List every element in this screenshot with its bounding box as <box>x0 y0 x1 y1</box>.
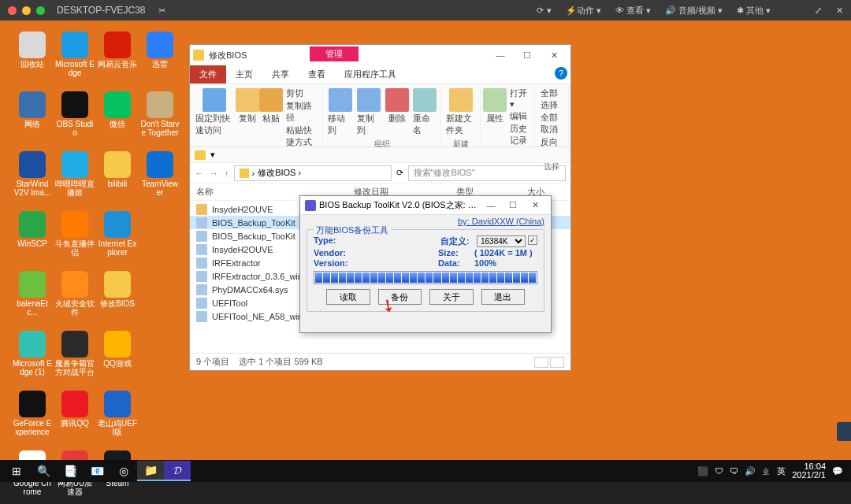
chevron-down-icon[interactable]: ▾ <box>210 150 215 160</box>
view-details-icon[interactable] <box>534 357 548 368</box>
address-bar[interactable]: › 修改BIOS › <box>234 165 392 181</box>
clock[interactable]: 16:04 2021/2/1 <box>792 462 826 480</box>
desktop-icon[interactable]: Internet Explorer <box>98 211 137 257</box>
tab-home[interactable]: 主页 <box>226 65 262 83</box>
open-button[interactable]: 打开 ▾ <box>510 87 530 109</box>
teamviewer-sidetab[interactable] <box>837 422 851 441</box>
desktop-icon[interactable]: 哔哩哔哩直播姬 <box>55 151 95 197</box>
min-dot[interactable] <box>22 6 31 15</box>
tray-volume-icon[interactable]: 🔊 <box>745 466 756 476</box>
notification-icon[interactable]: 💬 <box>832 466 843 476</box>
desktop-icon[interactable]: 网络 <box>13 91 52 137</box>
dialog-titlebar[interactable]: BIOS Backup ToolKit V2.0 (BIOS之家: www.bi… <box>300 196 551 215</box>
explorer-taskbar[interactable]: 📁 <box>137 461 164 481</box>
desktop-icon[interactable]: QQ游戏 <box>98 331 137 376</box>
newfolder-button[interactable]: 新建文件夹 <box>444 87 478 138</box>
desktop-icon[interactable]: 火绒安全软件 <box>55 271 95 317</box>
start-button[interactable]: ⊞ <box>3 461 30 481</box>
view-large-icon[interactable] <box>550 357 564 368</box>
taskview-button[interactable]: 📑 <box>57 461 84 481</box>
copypath-button[interactable]: 复制路径 <box>286 100 318 124</box>
exit-button[interactable]: 退出 <box>481 289 526 305</box>
search-input[interactable]: 搜索"修改BIOS" <box>408 165 567 181</box>
desktop-icon[interactable]: Don't Starve Together <box>140 91 180 137</box>
remote-desktop[interactable]: 回收站Microsoft Edge网易云音乐迅雷网络OBS Studio微信Do… <box>0 20 851 482</box>
taskbar[interactable]: ⊞ 🔍 📑 📧 ◎ 📁 𝓓 ⬛ 🛡 🗨 🔊 ㄓ 英 16:04 2021/2/1… <box>0 460 851 482</box>
desktop-icon[interactable]: WinSCP <box>13 211 52 257</box>
desktop-icon[interactable]: GeForce Experience <box>13 391 52 436</box>
menu-refresh[interactable]: ⟳ ▾ <box>537 5 551 17</box>
fullscreen-icon[interactable]: ⤢ <box>815 5 822 17</box>
desktop-icon[interactable]: balenaEtc... <box>13 271 52 317</box>
desktop-icon[interactable]: 微信 <box>98 91 137 137</box>
mail-taskbar[interactable]: 📧 <box>84 461 110 481</box>
close-session-icon[interactable]: ✕ <box>836 5 843 17</box>
selectnone-button[interactable]: 全部取消 <box>541 112 563 135</box>
properties-button[interactable]: 属性 <box>484 87 506 126</box>
moveto-button[interactable]: 移动到 <box>326 87 354 138</box>
close-dot[interactable] <box>8 6 17 15</box>
desktop-icon[interactable]: 腾讯QQ <box>55 391 95 436</box>
dlg-min-button[interactable]: — <box>480 198 502 213</box>
desktop-icon[interactable]: 迅雷 <box>140 32 180 77</box>
search-button[interactable]: 🔍 <box>30 461 57 481</box>
read-button[interactable]: 读取 <box>326 289 370 305</box>
desktop-icon[interactable]: 斗鱼直播伴侣 <box>55 211 95 257</box>
biostool-taskbar[interactable]: 𝓓 <box>164 461 191 481</box>
cut-button[interactable]: 剪切 <box>286 87 318 99</box>
tab-apptools[interactable]: 应用程序工具 <box>335 65 406 83</box>
desktop-icon[interactable]: 修改BIOS <box>98 271 137 317</box>
tab-file[interactable]: 文件 <box>190 65 226 83</box>
refresh-icon[interactable]: ⟳ <box>396 168 403 178</box>
max-dot[interactable] <box>36 6 45 15</box>
desktop-icon[interactable]: Microsoft Edge <box>55 32 95 77</box>
menu-audio-video[interactable]: 🔊 音频/视频 ▾ <box>665 5 723 17</box>
desktop-icon[interactable]: Microsoft Edge (1) <box>13 331 52 376</box>
tray-chat-icon[interactable]: 🗨 <box>730 466 738 476</box>
pin-button[interactable]: 固定到快速访问 <box>194 87 235 138</box>
tab-share[interactable]: 共享 <box>262 65 299 83</box>
teamviewer-taskbar[interactable]: ◎ <box>110 461 137 481</box>
delete-button[interactable]: 删除 <box>385 87 410 126</box>
selectall-button[interactable]: 全部选择 <box>541 87 563 111</box>
tab-view[interactable]: 查看 <box>299 65 335 83</box>
tray-shield-icon[interactable]: 🛡 <box>715 466 723 476</box>
forward-button[interactable]: → <box>210 169 218 178</box>
up-button[interactable]: ↑ <box>225 169 229 178</box>
system-tray[interactable]: ⬛ 🛡 🗨 🔊 ㄓ 英 16:04 2021/2/1 💬 <box>697 462 848 480</box>
menu-other[interactable]: ✱ 其他 ▾ <box>737 5 771 17</box>
menu-view[interactable]: 👁 查看 ▾ <box>615 5 651 17</box>
desktop-icon[interactable]: StarWind V2V Ima... <box>13 151 52 197</box>
desktop-icon[interactable]: TeamViewer <box>140 151 180 197</box>
explorer-titlebar[interactable]: 修改BIOS 管理 — ☐ ✕ <box>190 45 570 65</box>
help-icon[interactable]: ? <box>555 67 567 80</box>
about-button[interactable]: 关于 <box>429 289 474 305</box>
desktop-icon[interactable]: OBS Studio <box>55 91 95 137</box>
back-button[interactable]: ← <box>195 169 203 178</box>
desktop-icon[interactable]: bilibili <box>98 151 137 197</box>
desktop-icon[interactable]: 老山鸡UEFI版 <box>98 391 137 436</box>
edit-button[interactable]: 编辑 <box>510 110 530 122</box>
copyto-button[interactable]: 复制到 <box>355 87 383 138</box>
backup-button[interactable]: 备份 <box>378 289 422 305</box>
copy-button[interactable]: 复制 <box>236 87 258 126</box>
dlg-max-button[interactable]: ☐ <box>502 198 524 213</box>
tray-lang-icon[interactable]: 英 <box>777 465 786 477</box>
paste-button[interactable]: 粘贴 <box>260 87 282 126</box>
tray-nvidia-icon[interactable]: ⬛ <box>697 466 708 476</box>
rename-button[interactable]: 重命名 <box>411 87 439 138</box>
close-button[interactable]: ✕ <box>541 46 567 64</box>
min-button[interactable]: — <box>487 46 514 64</box>
dlg-close-button[interactable]: ✕ <box>524 198 546 213</box>
desktop-icon[interactable]: 网易云音乐 <box>98 32 137 77</box>
size-checkbox[interactable]: ✓ <box>528 235 537 245</box>
desktop-icon[interactable]: 魔兽争霸官方对战平台 <box>55 331 95 376</box>
size-select[interactable]: 16384K <box>477 235 526 247</box>
menu-actions[interactable]: ⚡动作 ▾ <box>566 5 601 17</box>
bios-backup-dialog[interactable]: BIOS Backup ToolKit V2.0 (BIOS之家: www.bi… <box>299 195 552 333</box>
pasteshortcut-button[interactable]: 粘贴快捷方式 <box>286 124 318 148</box>
history-button[interactable]: 历史记录 <box>510 123 530 146</box>
max-button[interactable]: ☐ <box>514 46 541 64</box>
desktop-icon[interactable]: 回收站 <box>13 32 52 77</box>
scissors-icon[interactable]: ✂ <box>158 6 165 16</box>
